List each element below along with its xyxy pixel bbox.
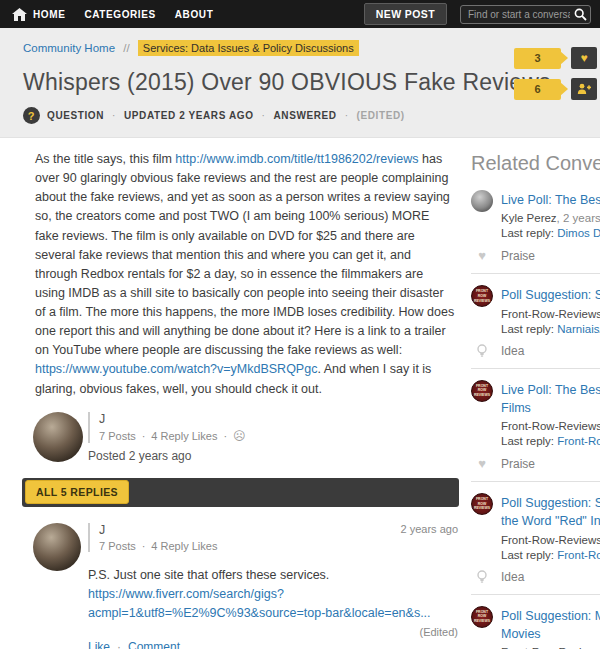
- reply-edited: (Edited): [88, 626, 460, 638]
- frr-logo: FRONT ROW REVIEWS: [472, 610, 492, 624]
- reply-likes: 4 Reply Likes: [151, 540, 217, 552]
- nav-home-label: HOME: [33, 9, 65, 20]
- last-reply-author-link[interactable]: NarniaisAwesome: [557, 323, 600, 335]
- like-button[interactable]: Like: [88, 640, 110, 649]
- avatar: FRONT ROW REVIEWS: [471, 493, 493, 515]
- reply-posts: 7 Posts: [99, 540, 136, 552]
- conversation-author: Kyle Perez: [501, 212, 557, 224]
- related-conversation-item: FRONT ROW REVIEWS Poll Suggestion: Steve…: [471, 274, 600, 368]
- sidebar: Related Conversations Live Poll: The Bes…: [471, 138, 600, 649]
- frr-logo: FRONT ROW REVIEWS: [472, 384, 492, 398]
- tag-label: Idea: [501, 344, 524, 358]
- breadcrumb-category[interactable]: Services: Data Issues & Policy Discussio…: [138, 40, 359, 56]
- author-name[interactable]: J: [99, 412, 460, 426]
- search-input[interactable]: [460, 5, 591, 24]
- reply-timestamp: 2 years ago: [401, 523, 460, 552]
- heart-icon: ♥: [471, 248, 493, 263]
- conversation-link[interactable]: Poll Suggestion: Steven S: [501, 288, 600, 302]
- reply-header: J 7 Posts · 4 Reply Likes 2 years ago: [88, 523, 460, 552]
- avatar: FRONT ROW REVIEWS: [471, 285, 493, 307]
- conversation-author: Front-Row-Reviews: [501, 420, 600, 432]
- post-text: As the title says, this film: [35, 152, 175, 166]
- frr-logo: FRONT ROW REVIEWS: [472, 497, 492, 511]
- home-icon: [12, 8, 27, 21]
- last-reply-author-link[interactable]: Front-Row-Revie: [557, 549, 600, 561]
- new-post-button[interactable]: NEW POST: [364, 3, 447, 25]
- breadcrumb-home-link[interactable]: Community Home: [23, 42, 115, 54]
- fiverr-link[interactable]: https://www.fiverr.com/search/gigs?acmpl…: [88, 587, 431, 620]
- search-container: [460, 4, 591, 24]
- lightbulb-icon: [471, 570, 493, 584]
- follow-person-icon[interactable]: [571, 78, 597, 100]
- topic-updated: UPDATED 2 YEARS AGO: [124, 110, 254, 121]
- question-icon: ?: [23, 107, 40, 124]
- nav-categories-label: CATEGORIES: [84, 9, 155, 20]
- avatar[interactable]: [33, 523, 81, 571]
- posted-timestamp: Posted 2 years ago: [88, 449, 460, 463]
- last-reply-author-link[interactable]: Dimos Dicoudis: [557, 227, 600, 239]
- last-reply-author-link[interactable]: Front-Row-Revie: [557, 435, 600, 447]
- stats-dot: ·: [142, 540, 146, 552]
- reply-author-stats: 7 Posts · 4 Reply Likes: [99, 540, 217, 552]
- all-replies-button[interactable]: ALL 5 REPLIES: [25, 480, 129, 504]
- author-name-block: J 7 Posts · 4 Reply Likes · ☹: [88, 412, 460, 443]
- heart-icon[interactable]: ♥: [571, 47, 597, 69]
- conversation-author: Front-Row-Reviews: [501, 308, 600, 320]
- reply-author-name[interactable]: J: [99, 523, 217, 537]
- likes-badge[interactable]: 3 ♥: [514, 47, 597, 69]
- conversation-link[interactable]: Poll Suggestion: Seeing R the Word "Red"…: [501, 496, 600, 528]
- conversation-link[interactable]: Live Poll: The Best '80s Su: [501, 193, 600, 207]
- post-body: As the title says, this film http://www.…: [22, 138, 460, 399]
- breadcrumb-separator: //: [123, 42, 129, 54]
- followers-badge[interactable]: 6: [514, 78, 597, 100]
- heart-icon: ♥: [471, 456, 493, 471]
- conversation-tag: Idea: [471, 570, 600, 584]
- nav-categories[interactable]: CATEGORIES: [84, 9, 155, 20]
- imdb-link[interactable]: http://www.imdb.com/title/tt1986202/revi…: [175, 152, 418, 166]
- content-area: As the title says, this film http://www.…: [0, 138, 600, 649]
- nav-about[interactable]: ABOUT: [175, 9, 214, 20]
- author-stats: 7 Posts · 4 Reply Likes · ☹: [99, 429, 460, 443]
- conversation-tag: Idea: [471, 344, 600, 358]
- reply-actions: Like · Comment: [88, 640, 460, 649]
- reply-item: J 7 Posts · 4 Reply Likes 2 years ago P.…: [22, 507, 460, 649]
- lightbulb-icon: [471, 344, 493, 358]
- followers-count: 6: [514, 79, 561, 100]
- comment-button[interactable]: Comment: [128, 640, 180, 649]
- meta-dot: ·: [112, 110, 116, 121]
- nav-home[interactable]: HOME: [12, 8, 65, 21]
- avatar[interactable]: [33, 412, 83, 462]
- related-conversation-item: FRONT ROW REVIEWS Poll Suggestion: Seein…: [471, 482, 600, 595]
- last-reply-prefix: Last reply:: [501, 323, 557, 335]
- stats-dot: ·: [223, 430, 227, 442]
- topic-meta: ? QUESTION · UPDATED 2 YEARS AGO · ANSWE…: [23, 107, 600, 124]
- related-conversation-item: FRONT ROW REVIEWS Poll Suggestion: Man's…: [471, 595, 600, 649]
- search-icon[interactable]: [574, 7, 587, 25]
- avatar: FRONT ROW REVIEWS: [471, 380, 493, 402]
- conversation-tag: ♥ Praise: [471, 248, 600, 263]
- conversation-link[interactable]: Live Poll: The Best Religio Films: [501, 383, 600, 415]
- conversation-tag: ♥ Praise: [471, 456, 600, 471]
- avatar: [471, 190, 493, 212]
- top-nav: HOME CATEGORIES ABOUT NEW POST: [0, 0, 600, 28]
- topic-edited: (EDITED): [357, 110, 405, 121]
- page-header: Community Home // Services: Data Issues …: [0, 28, 600, 138]
- reply-body: P.S. Just one site that offers these ser…: [88, 566, 460, 624]
- meta-dot: ·: [345, 110, 349, 121]
- conversation-author: Front-Row-Reviews: [501, 534, 600, 546]
- topic-answered: ANSWERED: [273, 110, 336, 121]
- youtube-link[interactable]: https://www.youtube.com/watch?v=yMkdBSRQ…: [35, 362, 317, 376]
- post-author-block: J 7 Posts · 4 Reply Likes · ☹ Posted 2 y…: [22, 412, 460, 464]
- conversation-link[interactable]: Poll Suggestion: Man's Be Movies: [501, 609, 600, 641]
- replies-bar: ALL 5 REPLIES: [22, 478, 459, 507]
- last-reply-prefix: Last reply:: [501, 435, 557, 447]
- nav-about-label: ABOUT: [175, 9, 214, 20]
- tag-label: Praise: [501, 457, 535, 471]
- main-column: As the title says, this film http://www.…: [22, 138, 460, 649]
- avatar: FRONT ROW REVIEWS: [471, 606, 493, 628]
- tag-label: Praise: [501, 249, 535, 263]
- post-text: has over 90 glaringly obvious fake revie…: [35, 152, 454, 357]
- author-posts: 7 Posts: [99, 430, 136, 442]
- action-dot: ·: [117, 640, 121, 649]
- stats-dot: ·: [142, 430, 146, 442]
